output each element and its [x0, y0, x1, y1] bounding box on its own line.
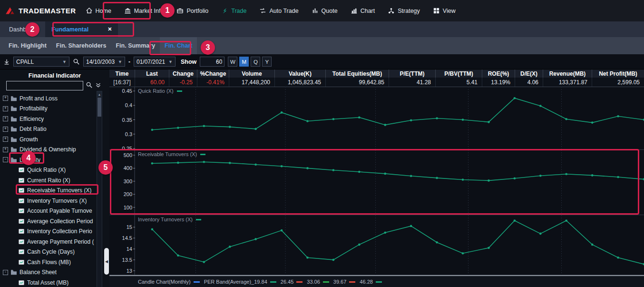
collapse-node-icon[interactable]: - — [3, 270, 8, 275]
date-to-select[interactable]: 01/07/2021▼ — [134, 57, 176, 67]
expand-node-icon[interactable]: + — [3, 116, 8, 121]
view-icon — [433, 7, 440, 14]
collapse-node-icon[interactable]: - — [3, 157, 8, 162]
tree-item-quick-ratio-x[interactable]: Quick Ratio (X) — [0, 165, 97, 176]
tree-item-debt-ratio[interactable]: +Debt Ratio — [0, 124, 97, 135]
sidebar-scrollbar[interactable]: ▲ — [97, 91, 102, 287]
tree-item-account-payable-turnove[interactable]: Account Payable Turnove — [0, 206, 97, 217]
tree-item-average-collection-period[interactable]: Average Collection Period — [0, 216, 97, 227]
home-icon — [86, 7, 93, 14]
symbol-select[interactable]: CPALL▼ — [13, 57, 69, 67]
period-button-w[interactable]: W — [228, 57, 237, 67]
tree-item-cash-flows-mb[interactable]: Cash Flows (MB) — [0, 257, 97, 267]
tree-item-cash-cycle-days[interactable]: Cash Cycle (Days) — [0, 247, 97, 257]
tree-item-current-raito-x[interactable]: Current Raito (X) — [0, 175, 97, 186]
legend-label: 33.06 — [307, 279, 320, 285]
nav-item-strategy[interactable]: Strategy — [388, 7, 420, 14]
tab-fundamental[interactable]: Fundamental✕ — [45, 21, 118, 37]
subtab-fin-highlight[interactable]: Fin. Highlight — [4, 37, 51, 54]
tree-item-inventory-turnovers-x[interactable]: Inventory Turnovers (X) — [0, 196, 97, 206]
legend-dash — [270, 281, 276, 283]
chart-leaf-icon — [18, 259, 25, 265]
expand-node-icon[interactable]: + — [3, 137, 8, 142]
period-button-y[interactable]: Y — [262, 57, 272, 67]
chart-title: Quick Ratio (X) — [138, 88, 182, 94]
scroll-up-icon[interactable]: ▲ — [97, 91, 102, 97]
tree-item-dividend-ownership[interactable]: +Dividend & Ownership — [0, 145, 97, 155]
tree-item-label: Liquidity — [20, 157, 40, 163]
close-icon[interactable]: ✕ — [33, 26, 37, 32]
legend-label: Candle Chart(Monthly) — [138, 279, 191, 285]
tree-item-efficiency[interactable]: +Efficiency — [0, 114, 97, 124]
subtab-fin-shareholders[interactable]: Fin. Shareholders — [51, 37, 111, 54]
nav-item-quote[interactable]: Quote — [312, 7, 338, 14]
svg-text:0.45: 0.45 — [122, 88, 132, 94]
tree-item-profit-and-loss[interactable]: +Profit and Loss — [0, 93, 97, 104]
nav-item-trade[interactable]: Trade — [221, 7, 246, 14]
show-count-input[interactable] — [200, 57, 224, 67]
tree-item-receivable-turnovers-x[interactable]: Receivable Turnovers (X) — [0, 186, 97, 196]
nav-item-auto-trade[interactable]: Auto Trade — [259, 7, 298, 14]
subtab-fin-chart[interactable]: Fin. Chart — [160, 37, 197, 54]
nav-item-label: Chart — [361, 8, 375, 14]
search-icon[interactable] — [86, 81, 93, 90]
tab-dashb[interactable]: Dashb✕ — [3, 21, 43, 37]
expand-node-icon[interactable]: + — [3, 106, 8, 111]
svg-text:14.5: 14.5 — [122, 235, 132, 241]
period-button-q[interactable]: Q — [251, 57, 260, 67]
tree-item-inventory-collection-perio[interactable]: Inventory Collection Perio — [0, 227, 97, 237]
table-cell-last: 60.00 — [135, 78, 169, 87]
table-cell-time: [16:37] — [109, 78, 135, 87]
svg-text:0.4: 0.4 — [125, 102, 132, 108]
collapse-all-icon[interactable] — [95, 82, 101, 89]
tree-item-label: Average Collection Period — [27, 218, 93, 225]
tree-item-balance-sheet[interactable]: -Balance Sheet — [0, 267, 97, 278]
tree-item-average-payment-period[interactable]: Average Payment Period ( — [0, 237, 97, 247]
legend-label: 46.28 — [360, 279, 373, 285]
table-header-change: %Change — [197, 69, 229, 78]
close-icon[interactable]: ✕ — [107, 26, 112, 32]
tree-item-profitability[interactable]: +Profitability — [0, 104, 97, 114]
folder-icon — [10, 269, 17, 275]
nav-item-label: Trade — [231, 8, 246, 14]
nav-item-label: Market Info — [134, 8, 164, 14]
indicator-search-input[interactable] — [6, 81, 83, 90]
nav-item-home[interactable]: Home — [86, 7, 111, 14]
nav-item-portfolio[interactable]: Portfolio — [176, 7, 208, 14]
tree-item-label: Growth — [20, 136, 38, 143]
scrollbar-thumb[interactable] — [98, 98, 101, 117]
chart-main: TimeLastChange%ChangeVolumeValue(K)Total… — [109, 69, 644, 287]
table-cell-p-bv-ttm: 5.41 — [435, 78, 482, 87]
period-button-m[interactable]: M — [239, 57, 249, 67]
subtab-fin-summary[interactable]: Fin. Summary — [111, 37, 160, 54]
nav-item-market-info[interactable]: Market Info — [124, 7, 164, 14]
series-legend-dash — [196, 219, 201, 220]
folder-icon — [10, 157, 17, 163]
nav-item-view[interactable]: View — [433, 7, 456, 14]
sidebar-collapse-handle[interactable]: ◀ — [104, 248, 109, 275]
tab-label: Fundamental — [51, 26, 88, 33]
expand-node-icon[interactable]: + — [3, 96, 8, 101]
tree-item-liquidity[interactable]: -Liquidity — [0, 155, 97, 165]
chart-leaf-icon — [18, 218, 25, 224]
svg-text:400: 400 — [124, 165, 132, 171]
download-arrow-icon[interactable] — [3, 59, 10, 65]
legend-item-46-28: 46.28 — [360, 279, 382, 285]
expand-node-icon[interactable]: + — [3, 147, 8, 152]
bank-icon — [124, 7, 131, 14]
search-icon[interactable] — [73, 58, 80, 65]
table-cell-change: -0.41% — [197, 78, 229, 87]
tree-item-label: Inventory Turnovers (X) — [27, 198, 87, 204]
nav-item-chart[interactable]: Chart — [351, 7, 375, 14]
indicator-sidebar: Financial Indicator +Profit and Loss+Pro… — [0, 69, 109, 287]
nav-item-label: Portfolio — [186, 8, 208, 14]
folder-icon — [10, 126, 17, 132]
folder-icon — [10, 106, 17, 111]
sidebar-title: Financial Indicator — [0, 69, 109, 79]
tree-item-total-asset-mb[interactable]: Total Asset (MB) — [0, 277, 97, 287]
expand-node-icon[interactable]: + — [3, 127, 8, 132]
logo-icon — [5, 6, 15, 16]
tree-item-growth[interactable]: +Growth — [0, 134, 97, 145]
table-header-last: Last — [135, 69, 169, 78]
date-from-select[interactable]: 14/10/2003▼ — [83, 57, 125, 67]
